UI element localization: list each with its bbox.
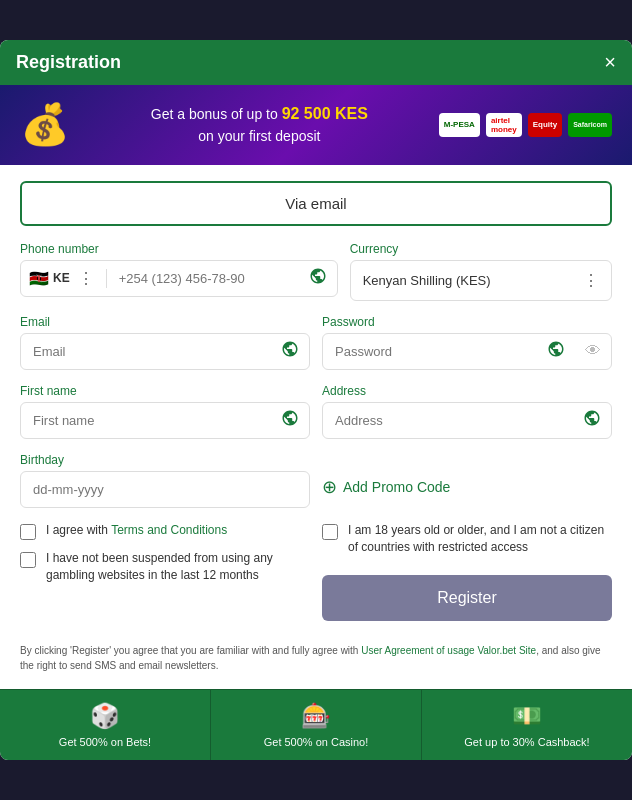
register-button[interactable]: Register xyxy=(322,575,612,621)
cashback-icon: 💵 xyxy=(512,702,542,730)
promo-section: ⊕ Add Promo Code xyxy=(322,476,612,508)
suspension-checkbox[interactable] xyxy=(20,552,36,568)
email-password-row: Email Password 👁 xyxy=(20,315,612,370)
age-label: I am 18 years old or older, and I am not… xyxy=(348,522,612,556)
add-promo-button[interactable]: ⊕ Add Promo Code xyxy=(322,476,450,498)
phone-input[interactable] xyxy=(107,261,299,296)
currency-value: Kenyan Shilling (KES) xyxy=(363,273,491,288)
casino-label: Get 500% on Casino! xyxy=(264,736,369,748)
cashback-label: Get up to 30% Cashback! xyxy=(464,736,589,748)
show-password-icon[interactable]: 👁 xyxy=(575,342,611,360)
phone-options-button[interactable]: ⋮ xyxy=(74,269,98,288)
firstname-group: First name xyxy=(20,384,310,439)
modal-header: Registration × xyxy=(0,40,632,85)
password-vpn-icon xyxy=(537,340,575,362)
address-label: Address xyxy=(322,384,612,398)
birthday-promo-row: Birthday ⊕ Add Promo Code xyxy=(20,453,612,508)
bets-label: Get 500% on Bets! xyxy=(59,736,151,748)
address-input[interactable] xyxy=(323,403,573,438)
firstname-label: First name xyxy=(20,384,310,398)
phone-prefix[interactable]: 🇰🇪 KE ⋮ xyxy=(21,269,107,288)
bottom-casino[interactable]: 🎰 Get 500% on Casino! xyxy=(211,690,422,760)
registration-modal: Registration × 💰 Get a bonus of up to 92… xyxy=(0,40,632,761)
firstname-vpn-icon xyxy=(271,409,309,431)
firstname-address-row: First name Address xyxy=(20,384,612,439)
mpesa-logo: M-PESA xyxy=(439,113,480,137)
country-code: KE xyxy=(53,271,70,285)
password-group: Password 👁 xyxy=(322,315,612,370)
phone-label: Phone number xyxy=(20,242,338,256)
password-label: Password xyxy=(322,315,612,329)
bottom-cashback[interactable]: 💵 Get up to 30% Cashback! xyxy=(422,690,632,760)
user-agreement-link[interactable]: User Agreement of usage Valor.bet Site xyxy=(361,645,536,656)
promo-banner: 💰 Get a bonus of up to 92 500 KES on you… xyxy=(0,85,632,165)
age-checkbox[interactable] xyxy=(322,524,338,540)
email-group: Email xyxy=(20,315,310,370)
currency-wrapper[interactable]: Kenyan Shilling (KES) ⋮ xyxy=(350,260,612,301)
chest-icon: 💰 xyxy=(20,101,70,148)
promo-plus-icon: ⊕ xyxy=(322,476,337,498)
via-email-tab[interactable]: Via email xyxy=(20,181,612,226)
password-input[interactable] xyxy=(323,334,537,369)
terms-checkbox-row: I agree with Terms and Conditions xyxy=(20,522,310,540)
left-checkboxes: I agree with Terms and Conditions I have… xyxy=(20,522,310,632)
banner-text: Get a bonus of up to 92 500 KES on your … xyxy=(80,102,439,147)
address-vpn-icon xyxy=(573,409,611,431)
payment-logos: M-PESA airtelmoney Equity Safaricom xyxy=(439,113,612,137)
modal-title: Registration xyxy=(16,52,121,73)
equity-logo: Equity xyxy=(528,113,562,137)
phone-input-wrapper: 🇰🇪 KE ⋮ xyxy=(20,260,338,297)
casino-icon: 🎰 xyxy=(301,702,331,730)
bonus-amount: 92 500 KES xyxy=(282,105,368,122)
password-input-wrapper: 👁 xyxy=(322,333,612,370)
bottom-bar: 🎲 Get 500% on Bets! 🎰 Get 500% on Casino… xyxy=(0,689,632,760)
email-input-wrapper xyxy=(20,333,310,370)
currency-options-icon[interactable]: ⋮ xyxy=(583,271,599,290)
suspension-label: I have not been suspended from using any… xyxy=(46,550,310,584)
birthday-input[interactable] xyxy=(20,471,310,508)
birthday-label: Birthday xyxy=(20,453,310,467)
phone-vpn-icon xyxy=(299,267,337,289)
terms-link[interactable]: Terms and Conditions xyxy=(111,523,227,537)
close-button[interactable]: × xyxy=(604,52,616,72)
phone-group: Phone number 🇰🇪 KE ⋮ xyxy=(20,242,338,301)
currency-group: Currency Kenyan Shilling (KES) ⋮ xyxy=(350,242,612,301)
age-checkbox-row: I am 18 years old or older, and I am not… xyxy=(322,522,612,556)
safaricom-logo: Safaricom xyxy=(568,113,612,137)
modal-body: Via email Phone number 🇰🇪 KE ⋮ xyxy=(0,165,632,690)
flag-icon: 🇰🇪 xyxy=(29,269,49,288)
email-vpn-icon xyxy=(271,340,309,362)
terms-checkbox[interactable] xyxy=(20,524,36,540)
email-input[interactable] xyxy=(21,334,271,369)
email-label: Email xyxy=(20,315,310,329)
disclaimer: By clicking 'Register' you agree that yo… xyxy=(20,643,612,673)
right-checkboxes: I am 18 years old or older, and I am not… xyxy=(322,522,612,632)
firstname-input[interactable] xyxy=(21,403,271,438)
address-group: Address xyxy=(322,384,612,439)
suspension-checkbox-row: I have not been suspended from using any… xyxy=(20,550,310,584)
firstname-input-wrapper xyxy=(20,402,310,439)
address-input-wrapper xyxy=(322,402,612,439)
bets-icon: 🎲 xyxy=(90,702,120,730)
phone-currency-row: Phone number 🇰🇪 KE ⋮ Currency Kenya xyxy=(20,242,612,301)
currency-label: Currency xyxy=(350,242,612,256)
bottom-bets[interactable]: 🎲 Get 500% on Bets! xyxy=(0,690,211,760)
terms-label: I agree with Terms and Conditions xyxy=(46,522,227,539)
airtel-logo: airtelmoney xyxy=(486,113,522,137)
birthday-group: Birthday xyxy=(20,453,310,508)
checkboxes-section: I agree with Terms and Conditions I have… xyxy=(20,522,612,632)
